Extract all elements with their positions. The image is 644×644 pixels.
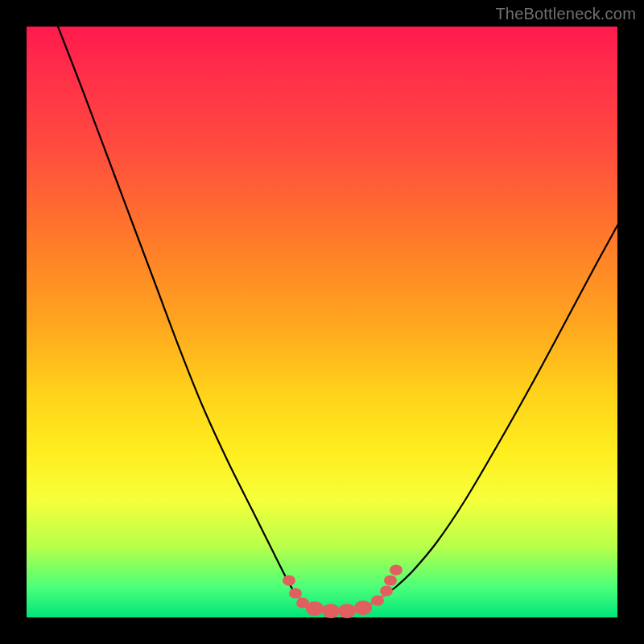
marker-dot [384, 575, 397, 585]
series-right-arm [385, 225, 617, 595]
marker-dot [322, 604, 340, 618]
marker-dot [306, 601, 324, 616]
marker-dot [371, 595, 384, 605]
series-group [58, 27, 617, 611]
marker-dot [380, 585, 393, 596]
marker-group [283, 564, 402, 618]
marker-dot [283, 575, 295, 585]
marker-dot [338, 604, 356, 618]
series-left-arm [58, 27, 294, 592]
marker-dot [390, 564, 402, 575]
watermark-text: TheBottleneck.com [495, 5, 636, 23]
curve-layer [27, 27, 617, 617]
chart-frame: TheBottleneck.com [0, 0, 644, 644]
plot-area [27, 27, 617, 617]
marker-dot [354, 601, 372, 615]
marker-dot [289, 588, 302, 598]
